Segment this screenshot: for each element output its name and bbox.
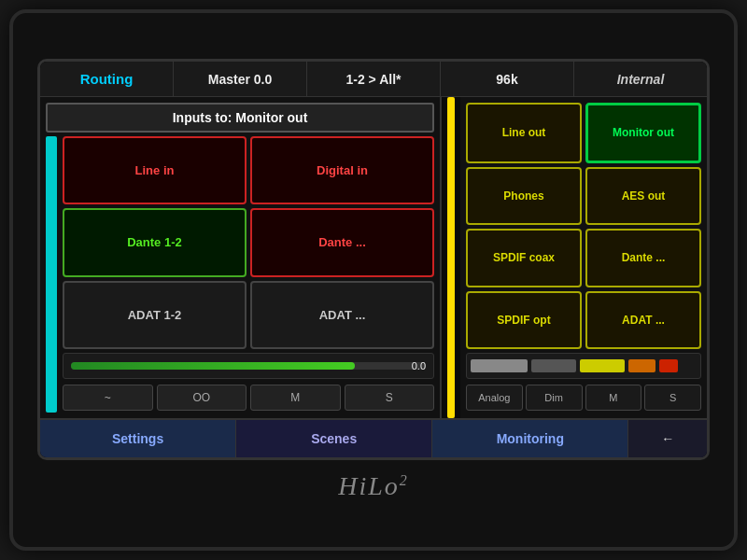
input-adat-1-2[interactable]: ADAT 1-2 <box>63 281 247 349</box>
ctrl-m[interactable]: M <box>250 385 341 411</box>
header-routing[interactable]: Routing <box>40 62 174 96</box>
screen-bezel: Routing Master 0.0 1-2 > All* 96k Intern… <box>37 59 710 460</box>
bottom-nav: Settings Scenes Monitoring ← <box>40 418 707 457</box>
header-bar: Routing Master 0.0 1-2 > All* 96k Intern… <box>40 62 707 97</box>
brand-label: HiLo2 <box>338 471 409 501</box>
ctrl-wave[interactable]: ~ <box>63 385 153 411</box>
input-line-in[interactable]: Line in <box>63 136 247 204</box>
fader-seg-white <box>471 359 528 372</box>
left-panel-title: Inputs to: Monitor out <box>46 103 434 133</box>
cyan-strip <box>46 136 57 413</box>
output-spdif-coax[interactable]: SPDIF coax <box>466 229 582 287</box>
brand-name: HiLo <box>338 471 400 500</box>
nav-back[interactable]: ← <box>628 420 707 457</box>
header-master[interactable]: Master 0.0 <box>174 62 307 96</box>
left-fader-value: 0.0 <box>412 360 426 371</box>
rctrl-dim[interactable]: Dim <box>526 385 583 411</box>
fader-seg-orange <box>628 359 655 372</box>
rctrl-s[interactable]: S <box>644 385 701 411</box>
left-main: Line in Digital in Dante 1-2 Dante ... A… <box>63 136 434 413</box>
left-fader-fill <box>71 362 355 370</box>
output-line-out[interactable]: Line out <box>466 103 582 163</box>
output-adat-more[interactable]: ADAT ... <box>585 291 701 350</box>
screen: Routing Master 0.0 1-2 > All* 96k Intern… <box>40 62 707 457</box>
left-panel: Inputs to: Monitor out Line in Digital i… <box>40 97 442 418</box>
fader-seg-yellow <box>580 359 625 372</box>
output-phones[interactable]: Phones <box>466 167 582 226</box>
rctrl-analog[interactable]: Analog <box>466 385 523 411</box>
nav-settings[interactable]: Settings <box>40 420 236 457</box>
output-spdif-opt[interactable]: SPDIF opt <box>466 291 582 350</box>
ctrl-oo[interactable]: OO <box>157 385 247 411</box>
header-sample-rate[interactable]: 96k <box>441 62 574 96</box>
device-body: Routing Master 0.0 1-2 > All* 96k Intern… <box>9 9 738 551</box>
input-grid: Line in Digital in Dante 1-2 Dante ... A… <box>63 136 434 349</box>
main-content: Inputs to: Monitor out Line in Digital i… <box>40 97 707 418</box>
header-clock-source: Internal <box>574 62 707 96</box>
output-monitor-out[interactable]: Monitor out <box>585 103 701 163</box>
header-routing-mode[interactable]: 1-2 > All* <box>307 62 441 96</box>
nav-scenes[interactable]: Scenes <box>236 420 432 457</box>
rctrl-m[interactable]: M <box>585 385 642 411</box>
fader-seg-gray <box>531 359 576 372</box>
left-fader-row[interactable]: 0.0 <box>63 353 434 379</box>
input-digital-in[interactable]: Digital in <box>250 136 434 204</box>
brand-superscript: 2 <box>400 472 409 488</box>
nav-monitoring[interactable]: Monitoring <box>432 420 628 457</box>
left-fader-track <box>71 362 426 370</box>
right-panel: Line out Monitor out Phones AES out SPDI… <box>460 97 707 418</box>
input-dante-more[interactable]: Dante ... <box>250 208 434 276</box>
left-controls-row: ~ OO M S <box>63 383 434 413</box>
right-fader-row[interactable] <box>466 353 701 379</box>
input-adat-more[interactable]: ADAT ... <box>250 281 434 349</box>
center-bar <box>447 97 455 418</box>
center-divider <box>442 97 460 418</box>
input-dante-1-2[interactable]: Dante 1-2 <box>63 208 247 276</box>
fader-seg-red <box>659 359 677 372</box>
output-aes-out[interactable]: AES out <box>585 167 701 226</box>
ctrl-s[interactable]: S <box>345 385 435 411</box>
output-grid: Line out Monitor out Phones AES out SPDI… <box>466 103 701 349</box>
output-dante-more[interactable]: Dante ... <box>585 229 701 287</box>
right-controls-row: Analog Dim M S <box>466 383 701 413</box>
left-inner: Line in Digital in Dante 1-2 Dante ... A… <box>46 136 434 413</box>
